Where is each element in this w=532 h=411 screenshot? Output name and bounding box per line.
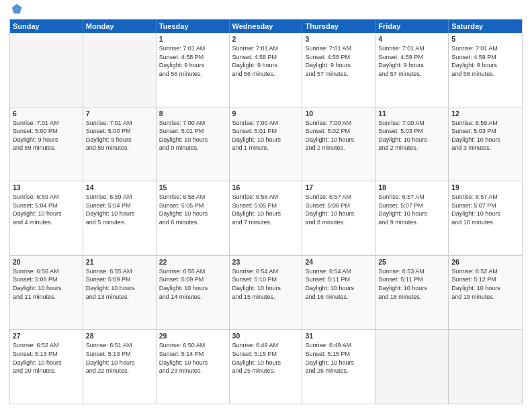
day-info: Sunrise: 6:50 AM Sunset: 5:14 PM Dayligh… xyxy=(159,341,226,375)
day-number: 26 xyxy=(451,258,519,266)
day-number: 31 xyxy=(305,332,372,340)
calendar-cell: 7Sunrise: 7:01 AM Sunset: 5:00 PM Daylig… xyxy=(83,107,157,181)
calendar-body: 1Sunrise: 7:01 AM Sunset: 4:58 PM Daylig… xyxy=(10,33,522,404)
day-number: 6 xyxy=(13,109,80,118)
calendar: SundayMondayTuesdayWednesdayThursdayFrid… xyxy=(9,19,523,404)
calendar-cell: 5Sunrise: 7:01 AM Sunset: 4:59 PM Daylig… xyxy=(449,33,522,107)
calendar-cell: 4Sunrise: 7:01 AM Sunset: 4:59 PM Daylig… xyxy=(375,33,449,107)
day-number: 21 xyxy=(86,258,153,266)
header-day-friday: Friday xyxy=(375,19,449,33)
day-number: 30 xyxy=(232,332,300,340)
day-number: 12 xyxy=(451,109,519,118)
day-info: Sunrise: 6:52 AM Sunset: 5:12 PM Dayligh… xyxy=(451,267,519,301)
day-info: Sunrise: 7:01 AM Sunset: 5:00 PM Dayligh… xyxy=(13,119,80,152)
calendar-cell: 28Sunrise: 6:51 AM Sunset: 5:13 PM Dayli… xyxy=(83,330,157,404)
day-info: Sunrise: 7:01 AM Sunset: 4:58 PM Dayligh… xyxy=(159,44,226,78)
day-info: Sunrise: 6:55 AM Sunset: 5:09 PM Dayligh… xyxy=(159,267,226,301)
day-info: Sunrise: 7:00 AM Sunset: 5:03 PM Dayligh… xyxy=(378,119,445,152)
calendar-cell: 22Sunrise: 6:55 AM Sunset: 5:09 PM Dayli… xyxy=(157,256,230,330)
calendar-cell: 10Sunrise: 7:00 AM Sunset: 5:02 PM Dayli… xyxy=(302,107,375,181)
day-number: 8 xyxy=(159,109,226,118)
calendar-cell: 25Sunrise: 6:53 AM Sunset: 5:11 PM Dayli… xyxy=(375,256,449,330)
day-info: Sunrise: 6:54 AM Sunset: 5:10 PM Dayligh… xyxy=(232,267,300,301)
calendar-cell: 8Sunrise: 7:00 AM Sunset: 5:01 PM Daylig… xyxy=(157,107,230,181)
calendar-cell: 30Sunrise: 6:49 AM Sunset: 5:15 PM Dayli… xyxy=(230,330,303,404)
day-number: 27 xyxy=(13,332,80,340)
day-info: Sunrise: 6:55 AM Sunset: 5:09 PM Dayligh… xyxy=(86,267,153,301)
calendar-cell: 19Sunrise: 6:57 AM Sunset: 5:07 PM Dayli… xyxy=(449,181,522,255)
calendar-cell xyxy=(10,33,83,107)
day-info: Sunrise: 7:01 AM Sunset: 4:58 PM Dayligh… xyxy=(232,44,300,78)
calendar-row-4: 20Sunrise: 6:56 AM Sunset: 5:08 PM Dayli… xyxy=(10,255,522,330)
header xyxy=(9,7,523,15)
day-number: 14 xyxy=(86,183,153,191)
day-info: Sunrise: 6:58 AM Sunset: 5:05 PM Dayligh… xyxy=(232,193,300,226)
logo-icon xyxy=(11,3,23,15)
day-number: 2 xyxy=(232,35,300,43)
day-info: Sunrise: 6:49 AM Sunset: 5:15 PM Dayligh… xyxy=(232,341,300,375)
calendar-cell: 31Sunrise: 6:49 AM Sunset: 5:15 PM Dayli… xyxy=(302,330,375,404)
day-info: Sunrise: 7:00 AM Sunset: 5:01 PM Dayligh… xyxy=(232,119,300,152)
header-day-thursday: Thursday xyxy=(302,19,375,33)
day-info: Sunrise: 6:52 AM Sunset: 5:13 PM Dayligh… xyxy=(13,341,80,375)
calendar-cell: 21Sunrise: 6:55 AM Sunset: 5:09 PM Dayli… xyxy=(83,256,157,330)
day-number: 5 xyxy=(451,35,519,43)
header-day-wednesday: Wednesday xyxy=(230,19,303,33)
calendar-cell: 6Sunrise: 7:01 AM Sunset: 5:00 PM Daylig… xyxy=(10,107,83,181)
calendar-cell: 2Sunrise: 7:01 AM Sunset: 4:58 PM Daylig… xyxy=(230,33,303,107)
calendar-cell: 9Sunrise: 7:00 AM Sunset: 5:01 PM Daylig… xyxy=(230,107,303,181)
day-number: 29 xyxy=(159,332,226,340)
header-day-saturday: Saturday xyxy=(449,19,522,33)
day-number: 16 xyxy=(232,183,300,191)
day-info: Sunrise: 6:59 AM Sunset: 5:04 PM Dayligh… xyxy=(86,193,153,226)
day-info: Sunrise: 6:54 AM Sunset: 5:11 PM Dayligh… xyxy=(305,267,372,301)
calendar-row-3: 13Sunrise: 6:59 AM Sunset: 5:04 PM Dayli… xyxy=(10,181,522,255)
day-info: Sunrise: 7:01 AM Sunset: 5:00 PM Dayligh… xyxy=(86,119,153,152)
calendar-cell: 17Sunrise: 6:57 AM Sunset: 5:06 PM Dayli… xyxy=(302,181,375,255)
calendar-cell: 1Sunrise: 7:01 AM Sunset: 4:58 PM Daylig… xyxy=(157,33,230,107)
day-number: 1 xyxy=(159,35,226,43)
day-number: 23 xyxy=(232,258,300,266)
calendar-row-1: 1Sunrise: 7:01 AM Sunset: 4:58 PM Daylig… xyxy=(10,33,522,107)
day-number: 24 xyxy=(305,258,372,266)
calendar-cell: 14Sunrise: 6:59 AM Sunset: 5:04 PM Dayli… xyxy=(83,181,157,255)
day-number: 25 xyxy=(378,258,445,266)
day-number: 13 xyxy=(13,183,80,191)
day-number: 4 xyxy=(378,35,445,43)
day-number: 20 xyxy=(13,258,80,266)
calendar-cell: 20Sunrise: 6:56 AM Sunset: 5:08 PM Dayli… xyxy=(10,256,83,330)
header-day-sunday: Sunday xyxy=(10,19,83,33)
calendar-cell: 23Sunrise: 6:54 AM Sunset: 5:10 PM Dayli… xyxy=(230,256,303,330)
day-info: Sunrise: 6:49 AM Sunset: 5:15 PM Dayligh… xyxy=(305,341,372,375)
day-number: 11 xyxy=(378,109,445,118)
calendar-cell xyxy=(375,330,449,404)
day-number: 17 xyxy=(305,183,372,191)
day-number: 28 xyxy=(86,332,153,340)
calendar-cell: 26Sunrise: 6:52 AM Sunset: 5:12 PM Dayli… xyxy=(449,256,522,330)
calendar-cell xyxy=(83,33,157,107)
day-info: Sunrise: 6:59 AM Sunset: 5:04 PM Dayligh… xyxy=(13,193,80,226)
page: SundayMondayTuesdayWednesdayThursdayFrid… xyxy=(0,0,532,411)
calendar-cell: 13Sunrise: 6:59 AM Sunset: 5:04 PM Dayli… xyxy=(10,181,83,255)
calendar-cell: 27Sunrise: 6:52 AM Sunset: 5:13 PM Dayli… xyxy=(10,330,83,404)
day-info: Sunrise: 6:57 AM Sunset: 5:06 PM Dayligh… xyxy=(305,193,372,226)
day-info: Sunrise: 6:59 AM Sunset: 5:03 PM Dayligh… xyxy=(451,119,519,152)
day-number: 9 xyxy=(232,109,300,118)
day-info: Sunrise: 7:01 AM Sunset: 4:58 PM Dayligh… xyxy=(305,44,372,78)
day-info: Sunrise: 7:00 AM Sunset: 5:02 PM Dayligh… xyxy=(305,119,372,152)
calendar-cell: 12Sunrise: 6:59 AM Sunset: 5:03 PM Dayli… xyxy=(449,107,522,181)
day-info: Sunrise: 6:57 AM Sunset: 5:07 PM Dayligh… xyxy=(451,193,519,226)
day-number: 10 xyxy=(305,109,372,118)
calendar-cell: 24Sunrise: 6:54 AM Sunset: 5:11 PM Dayli… xyxy=(302,256,375,330)
day-number: 18 xyxy=(378,183,445,191)
calendar-cell: 15Sunrise: 6:58 AM Sunset: 5:05 PM Dayli… xyxy=(157,181,230,255)
day-info: Sunrise: 6:56 AM Sunset: 5:08 PM Dayligh… xyxy=(13,267,80,301)
logo xyxy=(9,7,23,15)
day-info: Sunrise: 7:01 AM Sunset: 4:59 PM Dayligh… xyxy=(378,44,445,78)
day-info: Sunrise: 7:00 AM Sunset: 5:01 PM Dayligh… xyxy=(159,119,226,152)
day-number: 15 xyxy=(159,183,226,191)
calendar-cell: 11Sunrise: 7:00 AM Sunset: 5:03 PM Dayli… xyxy=(375,107,449,181)
day-number: 19 xyxy=(451,183,519,191)
calendar-cell: 18Sunrise: 6:57 AM Sunset: 5:07 PM Dayli… xyxy=(375,181,449,255)
day-info: Sunrise: 6:53 AM Sunset: 5:11 PM Dayligh… xyxy=(378,267,445,301)
